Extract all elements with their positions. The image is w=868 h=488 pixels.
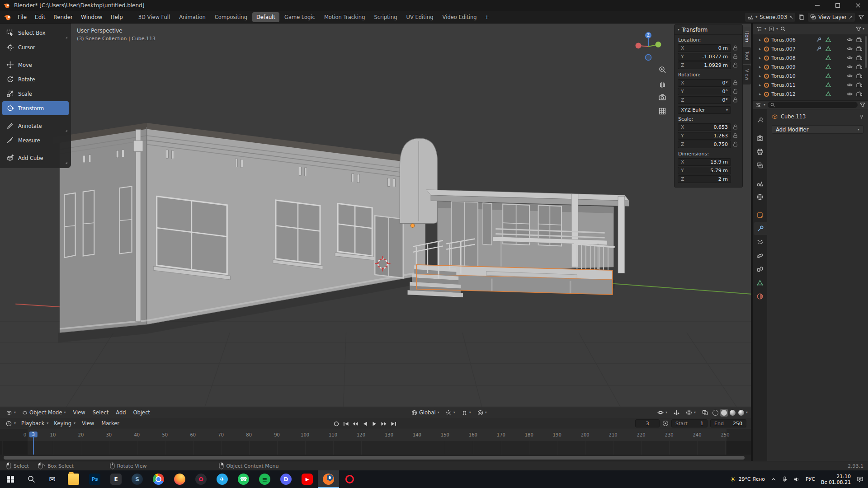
tab-physics[interactable]	[753, 249, 767, 262]
timeline-ruler[interactable]: 0102030405060708090100110120130140150160…	[0, 429, 751, 441]
orientation-dropdown[interactable]: Global ▾	[409, 408, 442, 417]
number-field[interactable]: Z1.0929 m	[678, 61, 731, 69]
weather-widget[interactable]: ☀ 29°C Ясно	[730, 475, 765, 483]
proportional-editing-toggle[interactable]: ▾	[475, 409, 490, 417]
pivot-point-dropdown[interactable]: ▾	[443, 409, 458, 417]
shading-rendered[interactable]	[737, 409, 745, 417]
camera-view-icon[interactable]	[656, 91, 668, 103]
menu-item[interactable]: Edit	[31, 14, 49, 20]
workspace-tab[interactable]: Game Logic	[280, 12, 319, 22]
lock-icon[interactable]	[733, 89, 738, 94]
tab-object-data[interactable]	[753, 277, 767, 289]
tab-particles[interactable]	[753, 236, 767, 249]
blender-app-icon[interactable]	[4, 13, 12, 21]
render-visibility-camera-icon[interactable]	[856, 92, 862, 97]
outliner-row[interactable]: ▸ Torus.006	[753, 35, 868, 44]
current-frame-field[interactable]: 3	[635, 419, 660, 427]
scene-selector[interactable]: ▾ Scene.003	[745, 13, 795, 22]
render-visibility-camera-icon[interactable]	[856, 65, 862, 70]
playback-menu[interactable]: Playback▾	[19, 419, 51, 427]
lock-icon[interactable]	[733, 133, 738, 139]
render-visibility-camera-icon[interactable]	[856, 74, 862, 79]
lock-icon[interactable]	[733, 97, 738, 103]
number-field[interactable]: Y0°	[678, 88, 731, 95]
render-visibility-camera-icon[interactable]	[856, 38, 862, 42]
expand-arrow-icon[interactable]: ▸	[759, 65, 761, 69]
taskbar-app[interactable]: O	[339, 470, 360, 488]
tool-add-cube[interactable]: Add Cube	[2, 151, 69, 165]
rotation-mode-dropdown[interactable]: XYZ Euler▾	[678, 106, 731, 114]
scrollbar-thumb[interactable]	[4, 456, 745, 460]
tab-render[interactable]	[753, 132, 767, 145]
workspace-tab[interactable]: Motion Tracking	[320, 12, 369, 22]
taskbar-app[interactable]: ≡	[254, 470, 275, 488]
close-icon[interactable]	[789, 15, 793, 19]
tool-measure[interactable]: Measure	[2, 133, 69, 147]
tab-output[interactable]	[753, 145, 767, 158]
microphone-icon[interactable]	[782, 476, 788, 483]
tab-scene[interactable]	[753, 177, 767, 190]
record-button[interactable]	[332, 420, 340, 428]
tab-constraints[interactable]	[753, 263, 767, 276]
workspace-tab[interactable]: Compositing	[211, 12, 251, 22]
close-button[interactable]	[848, 0, 868, 11]
pin-icon[interactable]	[859, 114, 864, 120]
taskbar-app[interactable]: Ps	[84, 470, 105, 488]
tool-move[interactable]: Move	[2, 58, 69, 72]
shading-solid[interactable]	[720, 409, 728, 417]
outliner-row[interactable]: ▸ Torus.011	[753, 80, 868, 89]
ortho-grid-icon[interactable]	[656, 105, 668, 117]
timeline-marker-menu[interactable]: Marker	[98, 420, 123, 427]
taskbar-app[interactable]: ▶	[297, 470, 318, 488]
properties-editor-icon[interactable]	[755, 102, 761, 108]
number-field[interactable]: Z0.750	[678, 141, 731, 148]
timeline-editor-type[interactable]: ▾	[3, 420, 19, 427]
xray-toggle[interactable]	[699, 409, 711, 416]
expand-arrow-icon[interactable]: ▸	[759, 47, 761, 51]
overlays-toggle[interactable]: ▾	[683, 409, 698, 416]
add-modifier-button[interactable]: Add Modifier ▾	[772, 125, 863, 134]
tool-scale[interactable]: Scale	[2, 87, 69, 101]
timeline-scrollbar[interactable]	[0, 455, 751, 461]
expand-arrow-icon[interactable]: ▸	[759, 56, 761, 60]
visibility-eye-icon[interactable]	[847, 92, 853, 97]
tray-expand-icon[interactable]	[771, 477, 776, 482]
menu-item[interactable]: File	[14, 14, 31, 20]
lock-icon[interactable]	[733, 45, 738, 51]
outliner-row[interactable]: ▸ Torus.010	[753, 71, 868, 80]
taskbar-app[interactable]	[318, 470, 339, 488]
menu-item[interactable]: Window	[77, 14, 106, 20]
workspace-tab[interactable]: Animation	[175, 12, 210, 22]
taskbar-app[interactable]: ☎	[233, 470, 254, 488]
menu-item[interactable]: Render	[49, 14, 77, 20]
render-visibility-camera-icon[interactable]	[856, 56, 862, 61]
expand-arrow-icon[interactable]: ▸	[759, 38, 761, 42]
taskbar-search-button[interactable]	[21, 470, 42, 488]
new-scene-button[interactable]	[797, 13, 806, 22]
jump-to-start-button[interactable]	[342, 420, 350, 428]
shading-dropdown[interactable]: ▾	[746, 411, 748, 414]
outliner-row[interactable]: ▸ Torus.008	[753, 53, 868, 62]
volume-icon[interactable]	[793, 476, 800, 483]
menu-item[interactable]: Help	[106, 14, 127, 20]
shading-wireframe[interactable]	[712, 409, 719, 417]
number-field[interactable]: Z2 m	[678, 175, 731, 183]
close-icon[interactable]	[849, 15, 853, 19]
workspace-tab[interactable]: 3D View Full	[134, 12, 174, 22]
keyboard-language[interactable]: РУС	[806, 476, 815, 482]
shading-material[interactable]	[729, 409, 736, 417]
workspace-tab[interactable]: Video Editing	[439, 12, 481, 22]
play-reverse-button[interactable]	[361, 420, 369, 428]
sidebar-tab[interactable]: View	[743, 65, 751, 84]
add-workspace-button[interactable]: +	[481, 13, 493, 21]
properties-search-input[interactable]	[768, 102, 858, 108]
sidebar-tab[interactable]: Tool	[743, 47, 751, 64]
filter-icon[interactable]	[860, 102, 865, 108]
lock-icon[interactable]	[733, 124, 738, 130]
taskbar-app[interactable]	[169, 470, 190, 488]
lock-icon[interactable]	[733, 80, 738, 86]
pan-hand-icon[interactable]	[656, 78, 668, 89]
tab-modifiers[interactable]	[754, 222, 767, 235]
taskbar-app[interactable]: O	[190, 470, 212, 488]
panel-header[interactable]: ▾ Transform	[675, 25, 742, 35]
